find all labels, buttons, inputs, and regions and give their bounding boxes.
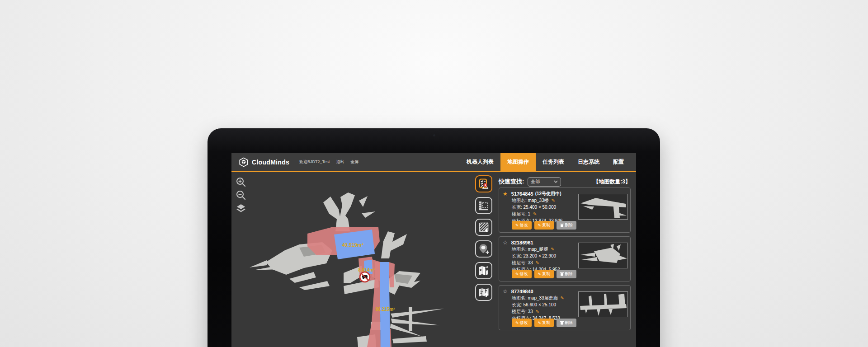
folded-map-pin-icon (478, 265, 490, 277)
fullscreen-link[interactable]: 全屏 (350, 159, 359, 165)
map-card[interactable]: ☆ 82186961 地图名: map_腿腿 ✎ 长宽: 23.200 × 22… (499, 236, 631, 281)
dropdown-value: 全部 (531, 178, 540, 185)
map-tool-column (475, 175, 494, 305)
layers-icon (236, 203, 246, 214)
nav-task-list[interactable]: 任务列表 (536, 153, 571, 171)
edit-pencil-icon[interactable]: ✎ (551, 198, 555, 203)
map-name-value: map_腿腿 (528, 247, 548, 252)
map-marker-tool-button[interactable] (475, 262, 492, 279)
nav-log-system[interactable]: 日志系统 (571, 153, 606, 171)
card-actions: ✎ 修改 ✎ 复制 (512, 319, 576, 327)
nav-config[interactable]: 配置 (606, 153, 631, 171)
edit-pencil-icon[interactable]: ✎ (535, 260, 539, 265)
quick-search-label: 快速查找: (499, 178, 524, 186)
map-thumbnail[interactable] (578, 291, 628, 317)
no-entry-sign-icon[interactable] (360, 272, 370, 282)
trash-icon (560, 321, 564, 325)
modify-button[interactable]: ✎ 修改 (512, 221, 532, 230)
card-actions: ✎ 修改 ✎ 复制 (512, 221, 576, 230)
trash-icon (560, 272, 564, 276)
map-id: 82186961 (511, 240, 533, 245)
task-checklist-pin-icon (478, 178, 490, 190)
edit-pencil-icon[interactable]: ✎ (560, 295, 564, 300)
pencil-icon: ✎ (538, 223, 542, 228)
trash-icon (560, 223, 564, 227)
modify-button[interactable]: ✎ 修改 (512, 270, 532, 278)
zone-area-label: 40.519m² (342, 242, 363, 248)
zoom-in-icon (236, 177, 246, 188)
upload-map-tool-button[interactable] (475, 284, 492, 301)
map-card[interactable]: ☆ 87749840 地图名: map_33层走廊 ✎ 长宽: 56.600 ×… (499, 285, 631, 330)
edit-pencil-icon[interactable]: ✎ (535, 309, 539, 314)
pencil-icon: ✎ (538, 272, 542, 277)
add-zone-tool-button[interactable] (475, 219, 492, 236)
copy-button[interactable]: ✎ 复制 (534, 221, 554, 230)
map-zoom-controls (235, 176, 247, 214)
zone-area-label: 80.215m² (376, 307, 395, 312)
map-card[interactable]: ★ 51764845 (12号使用中) 地图名: map_33楼 ✎ 长宽: 2… (499, 188, 631, 233)
map-size-value: 23.200 × 22.900 (524, 253, 557, 258)
pencil-icon: ✎ (538, 321, 542, 325)
zone-area-label: 8.614m² (358, 267, 375, 272)
cloudminds-logo-icon (239, 157, 249, 167)
add-point-tool-button[interactable] (475, 240, 492, 258)
pencil-icon: ✎ (515, 223, 519, 228)
copy-button[interactable]: ✎ 复制 (534, 270, 554, 278)
map-count-label: 【地图数量:3】 (593, 178, 631, 186)
chevron-down-icon (554, 180, 558, 183)
laptop-frame: CloudMinds 欢迎BJDT2_Test 退出 全屏 机器人列表 地图操作… (208, 128, 660, 347)
pencil-icon: ✎ (515, 321, 519, 325)
zoom-out-button[interactable] (235, 189, 247, 201)
map-upload-icon (478, 286, 490, 298)
location-pin-add-icon (478, 243, 490, 255)
measure-area-icon (478, 200, 490, 211)
card-actions: ✎ 修改 ✎ 复制 (512, 270, 576, 278)
map-size-value: 25.400 × 50.000 (524, 205, 557, 210)
modify-button[interactable]: ✎ 修改 (512, 319, 532, 327)
map-size-value: 56.600 × 25.100 (524, 302, 557, 307)
copy-button[interactable]: ✎ 复制 (534, 319, 554, 327)
layers-button[interactable] (235, 202, 247, 214)
delete-button[interactable]: 删除 (557, 319, 576, 327)
map-card-list: ★ 51764845 (12号使用中) 地图名: map_33楼 ✎ 长宽: 2… (499, 188, 631, 334)
map-thumbnail-image (579, 194, 627, 219)
map-name-value: map_33层走廊 (528, 295, 558, 300)
welcome-text: 欢迎BJDT2_Test (299, 159, 330, 165)
brand: CloudMinds (239, 157, 289, 167)
edit-pencil-icon[interactable]: ✎ (551, 247, 554, 252)
lidar-scan-blobs (250, 192, 444, 347)
hatched-zone-add-icon (478, 221, 490, 233)
main-nav: 机器人列表 地图操作 任务列表 日志系统 配置 (460, 153, 631, 171)
map-name-value: map_33楼 (528, 198, 549, 203)
map-thumbnail[interactable] (578, 194, 628, 220)
map-canvas[interactable]: 40.519m² 8.614m² 80.215m² (231, 174, 478, 347)
search-filter-dropdown[interactable]: 全部 (528, 177, 561, 187)
map-floor-value: 1 (528, 211, 531, 216)
logout-link[interactable]: 退出 (336, 159, 344, 165)
pencil-icon: ✎ (515, 272, 519, 277)
map-thumbnail-image (579, 292, 627, 317)
zoom-in-button[interactable] (235, 176, 247, 188)
nav-map-operations[interactable]: 地图操作 (500, 153, 536, 171)
nav-robot-list[interactable]: 机器人列表 (460, 153, 500, 171)
edit-pencil-icon[interactable]: ✎ (533, 211, 537, 216)
map-thumbnail[interactable] (578, 243, 628, 268)
app-window: CloudMinds 欢迎BJDT2_Test 退出 全屏 机器人列表 地图操作… (231, 153, 636, 347)
webcam-icon (433, 134, 435, 136)
map-in-use-badge: (12号使用中) (535, 191, 561, 197)
task-records-tool-button[interactable] (475, 175, 492, 192)
measure-area-tool-button[interactable] (475, 197, 492, 214)
map-floor-value: 33 (528, 309, 533, 314)
map-id: 51764845 (511, 191, 533, 197)
top-navigation-bar: CloudMinds 欢迎BJDT2_Test 退出 全屏 机器人列表 地图操作… (231, 153, 636, 172)
star-outline-icon[interactable]: ☆ (503, 240, 508, 245)
delete-button[interactable]: 删除 (557, 221, 576, 230)
main-content: 40.519m² 8.614m² 80.215m² (231, 174, 636, 347)
star-outline-icon[interactable]: ☆ (503, 289, 508, 294)
map-thumbnail-image (579, 243, 627, 268)
brand-name: CloudMinds (252, 159, 289, 166)
delete-button[interactable]: 删除 (557, 270, 576, 278)
star-filled-icon[interactable]: ★ (503, 191, 508, 197)
zoom-out-icon (236, 190, 246, 201)
map-floor-value: 33 (528, 260, 533, 265)
